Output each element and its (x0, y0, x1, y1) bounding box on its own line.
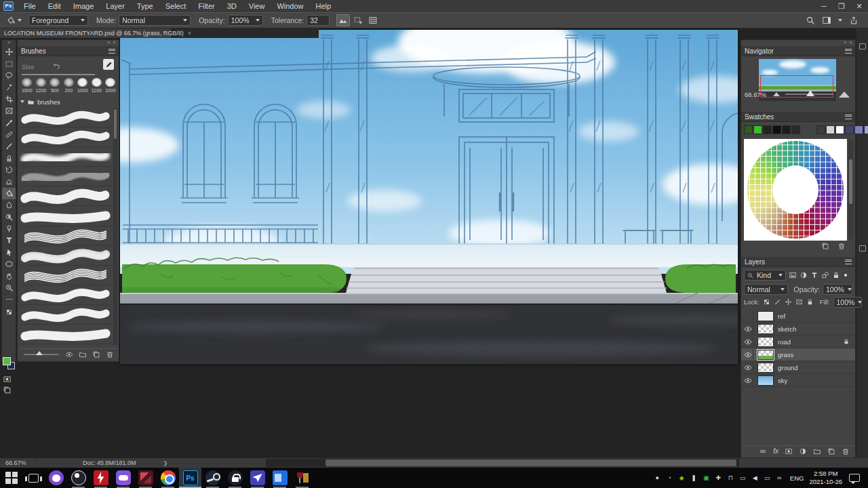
menu-image[interactable]: Image (67, 0, 100, 12)
swatch[interactable] (744, 125, 753, 134)
layers-header[interactable]: Layers (741, 257, 855, 267)
layer-row-ground[interactable]: ground (741, 361, 855, 374)
layer-visibility-eye-icon[interactable] (743, 375, 753, 385)
blend-mode-dropdown[interactable]: Normal (744, 284, 788, 295)
lock-transparency-icon[interactable] (763, 298, 770, 306)
healing-brush-tool[interactable] (2, 129, 16, 140)
brush-stroke-preview-9[interactable] (20, 266, 114, 285)
layer-opacity-dropdown[interactable]: 100% (823, 284, 852, 295)
add-mask-icon[interactable] (785, 447, 793, 455)
device-tray-icon[interactable]: ▭ (738, 468, 748, 488)
language-indicator[interactable]: ENG (790, 474, 804, 482)
brush-preset-1000[interactable]: 1000 (104, 78, 117, 96)
panel-grip[interactable]: » (2, 40, 16, 46)
taskbar-wine[interactable] (291, 468, 313, 488)
taskbar-chrome[interactable] (157, 468, 179, 488)
brush-preset-200[interactable]: 200 (62, 78, 76, 96)
menu-layer[interactable]: Layer (100, 0, 131, 12)
status-popup-arrow[interactable]: ❯ (163, 460, 168, 466)
new-group-icon[interactable] (813, 447, 821, 455)
swatch[interactable] (835, 125, 844, 134)
swatch[interactable] (826, 125, 835, 134)
crop-tool[interactable] (2, 94, 16, 105)
menu-file[interactable]: File (18, 0, 42, 12)
zoom-in-icon[interactable] (839, 92, 850, 98)
taskbar-box[interactable] (134, 468, 157, 488)
dodge-tool[interactable] (2, 211, 16, 222)
move-tool[interactable] (2, 46, 16, 58)
brushes-panel-header[interactable]: Brushes (18, 46, 119, 56)
zoom-tool[interactable] (2, 282, 16, 293)
menu-3d[interactable]: 3D (221, 0, 243, 12)
collapsed-panel-icon[interactable] (859, 245, 866, 251)
usb-tray-icon[interactable]: ⊓ (726, 468, 736, 488)
horizontal-scrollbar[interactable] (266, 459, 739, 467)
delete-brush-icon[interactable] (106, 350, 114, 359)
brush-stroke-preview-3[interactable] (20, 147, 114, 167)
filter-toggle-icon[interactable] (843, 272, 848, 278)
recorder-tray-icon[interactable]: ▣ (701, 468, 711, 488)
anti-alias-icon[interactable] (336, 14, 350, 26)
brush-tool[interactable] (2, 140, 16, 152)
opacity-dropdown[interactable]: 100% (228, 15, 263, 26)
swatch[interactable] (772, 125, 781, 134)
filter-type-icon[interactable] (810, 271, 818, 279)
navigator-header[interactable]: Navigator (741, 46, 855, 56)
filter-shape-icon[interactable] (821, 271, 829, 279)
clone-stamp-tool[interactable] (2, 152, 16, 164)
layer-visibility-eye-icon[interactable] (743, 337, 753, 346)
taskbar-start[interactable] (0, 468, 22, 488)
lasso-tool[interactable] (2, 70, 16, 81)
menu-help[interactable]: Help (310, 0, 338, 12)
discord-tray-icon[interactable]: ● (652, 468, 663, 488)
close-button[interactable]: ✕ (850, 0, 868, 12)
new-brush-icon[interactable] (92, 350, 100, 359)
collapsed-panel-icon[interactable] (859, 43, 866, 49)
volume-tray-icon[interactable]: ◀ (750, 468, 760, 488)
layer-thumbnail[interactable] (757, 324, 774, 334)
filter-lock-icon[interactable] (832, 271, 840, 279)
tab-close-icon[interactable]: × (188, 28, 191, 38)
minimize-button[interactable]: ─ (815, 0, 833, 12)
navigator-zoom-slider[interactable] (785, 94, 833, 95)
taskbar-discord[interactable] (112, 468, 134, 488)
swatches-scrollbar[interactable] (848, 140, 853, 239)
brush-preset-1000[interactable]: 1000 (76, 78, 90, 96)
lock-all-icon[interactable] (806, 298, 814, 306)
zoom-field[interactable]: 66.67% (0, 460, 35, 466)
notification-center-icon[interactable] (849, 474, 860, 482)
fill-dropdown[interactable]: 100% (833, 297, 862, 308)
fill-source-dropdown[interactable]: Foreground (28, 15, 88, 26)
brush-stroke-preview-12[interactable] (20, 325, 114, 344)
adjustment-layer-icon[interactable] (799, 447, 807, 455)
filter-image-icon[interactable] (789, 271, 797, 279)
blur-tool[interactable] (2, 199, 16, 211)
brush-stroke-preview-8[interactable] (20, 246, 114, 266)
paint-bucket-icon[interactable] (4, 14, 18, 26)
layer-thumbnail[interactable] (757, 375, 774, 386)
defender-tray-icon[interactable]: ✚ (713, 468, 724, 488)
swatch[interactable] (854, 125, 863, 134)
panel-collapse-icon[interactable]: » (844, 40, 846, 46)
screen-mode-icon[interactable] (3, 385, 12, 397)
brush-stroke-preview-10[interactable] (20, 285, 114, 305)
clock-tray-icon[interactable]: ◔ (665, 468, 675, 488)
brush-stroke-preview-4[interactable] (20, 167, 114, 186)
brush-preset-1200[interactable]: 1200 (35, 78, 48, 96)
layer-visibility-eye-icon[interactable] (743, 324, 753, 333)
menu-type[interactable]: Type (131, 0, 159, 12)
network-tray-icon[interactable]: ▭ (762, 468, 772, 488)
layer-thumbnail[interactable] (757, 350, 774, 360)
layer-row-grass[interactable]: grass (741, 348, 855, 361)
restore-button[interactable]: ❐ (833, 0, 850, 12)
taskbar-steam[interactable] (201, 468, 224, 488)
marquee-tool[interactable] (2, 58, 16, 69)
brush-stroke-preview-7[interactable] (20, 226, 114, 246)
layer-thumbnail[interactable] (757, 337, 774, 347)
swatch[interactable] (791, 125, 800, 134)
taskbar-github[interactable] (45, 468, 67, 488)
reset-brush-icon[interactable] (53, 62, 60, 71)
foreground-color-chip[interactable] (3, 357, 11, 365)
panel-menu-icon[interactable] (108, 49, 115, 54)
delete-layer-icon[interactable] (842, 447, 850, 455)
